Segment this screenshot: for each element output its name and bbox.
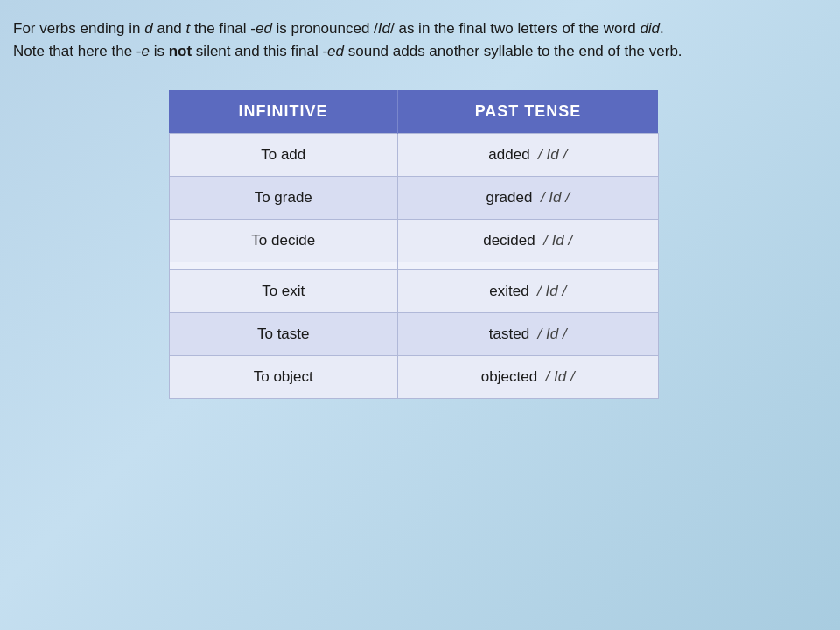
infinitive-cell: To decide [169,219,397,262]
table-wrapper: INFINITIVE PAST TENSE To addadded / Id /… [13,90,814,399]
past-tense-cell: graded / Id / [397,176,658,219]
past-tense-cell: exited / Id / [397,270,658,312]
past-tense-cell: added / Id / [397,133,658,176]
past-tense-cell: decided / Id / [397,219,658,262]
main-content: For verbs ending in d and t the final -e… [0,0,840,416]
verb-table: INFINITIVE PAST TENSE To addadded / Id /… [169,90,659,399]
past-tense-cell: tasted / Id / [397,312,658,355]
separator-row [169,262,658,270]
table-row: To objectobjected / Id / [169,355,658,398]
intro-paragraph: For verbs ending in d and t the final -e… [13,18,814,64]
header-infinitive: INFINITIVE [169,90,397,134]
header-past-tense: PAST TENSE [397,90,658,134]
table-row: To tastetasted / Id / [169,312,658,355]
infinitive-cell: To grade [169,176,397,219]
infinitive-cell: To object [169,355,397,398]
table-row: To decidedecided / Id / [169,219,658,262]
infinitive-cell: To taste [169,312,397,355]
table-row: To addadded / Id / [169,133,658,176]
table-row: To gradegraded / Id / [169,176,658,219]
past-tense-cell: objected / Id / [397,355,658,398]
infinitive-cell: To add [169,133,397,176]
infinitive-cell: To exit [169,270,397,312]
table-row: To exitexited / Id / [169,270,658,312]
